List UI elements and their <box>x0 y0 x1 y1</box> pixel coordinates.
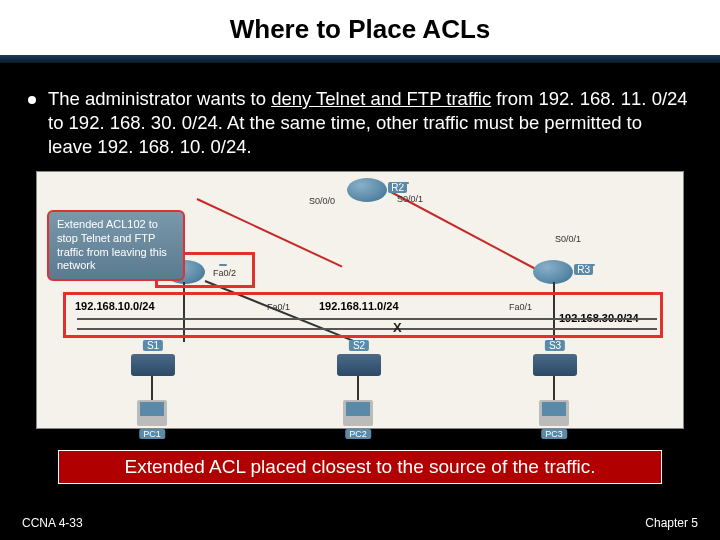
slide-title: Where to Place ACLs <box>0 0 720 55</box>
caption-bar: Extended ACL placed closest to the sourc… <box>58 450 662 484</box>
highlight-nets <box>63 292 663 338</box>
pc2: PC2 <box>343 400 373 426</box>
bullet-underlined: deny Telnet and FTP traffic <box>271 88 491 109</box>
footer: CCNA 4-33 Chapter 5 <box>0 516 720 530</box>
switch-s3: S3 <box>533 354 577 376</box>
iface-r2-s000: S0/0/0 <box>309 196 335 206</box>
footer-left: CCNA 4-33 <box>22 516 83 530</box>
bullet-text: The administrator wants to deny Telnet a… <box>0 63 720 171</box>
network-diagram: R2 R1 R3 S0/0/0 S0/0/1 S0/0/1 Fa0/2 Fa0/… <box>36 171 684 429</box>
bullet-dot <box>28 96 36 104</box>
link-s2-pc2 <box>357 376 359 400</box>
pc1-label: PC1 <box>139 429 165 439</box>
switch-s1-label: S1 <box>143 340 163 351</box>
router-r2-label: R2 <box>388 182 407 193</box>
acl-tooltip: Extended ACL102 to stop Telnet and FTP t… <box>47 210 185 281</box>
iface-r2-s001: S0/0/1 <box>397 194 423 204</box>
switch-s3-label: S3 <box>545 340 565 351</box>
pc3-label: PC3 <box>541 429 567 439</box>
link-s1-pc1 <box>151 376 153 400</box>
footer-right: Chapter 5 <box>645 516 698 530</box>
title-separator <box>0 55 720 63</box>
router-r3-label: R3 <box>574 264 593 275</box>
link-s3-pc3 <box>553 376 555 400</box>
switch-s2: S2 <box>337 354 381 376</box>
iface-r3-s001: S0/0/1 <box>555 234 581 244</box>
pc1: PC1 <box>137 400 167 426</box>
pc2-label: PC2 <box>345 429 371 439</box>
router-r3: R3 <box>533 260 573 284</box>
pc3: PC3 <box>539 400 569 426</box>
bullet-pre: The administrator wants to <box>48 88 271 109</box>
switch-s2-label: S2 <box>349 340 369 351</box>
switch-s1: S1 <box>131 354 175 376</box>
router-r2: R2 <box>347 178 387 202</box>
